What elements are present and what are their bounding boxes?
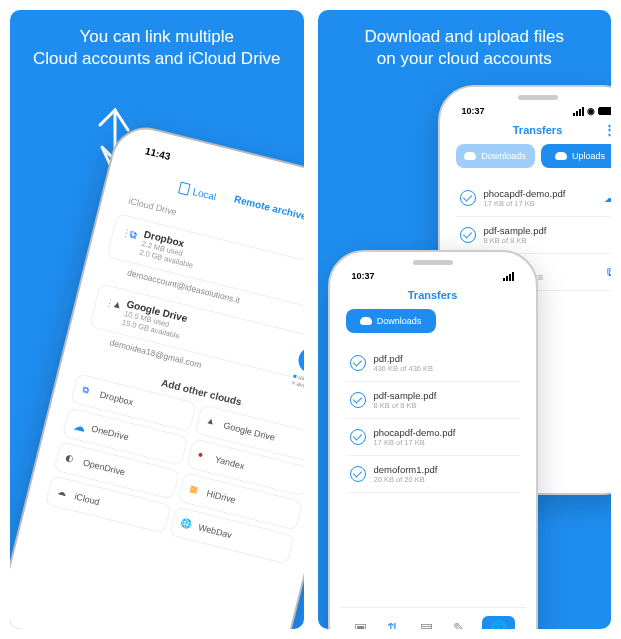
check-icon xyxy=(350,392,366,408)
left-headline: You can link multiple Cloud accounts and… xyxy=(10,10,304,90)
check-icon xyxy=(460,190,476,206)
phone-mockup-front: 10:37 Transfers Downloads pdf.pdf436 KB … xyxy=(328,250,538,629)
promo-panel-right: Download and upload files on your cloud … xyxy=(318,10,612,629)
phone-mockup-left: 11:43 Local Remote archive iCloud Drive … xyxy=(10,120,304,629)
menu-icon[interactable]: ⋮ xyxy=(603,122,612,137)
notch xyxy=(518,95,558,100)
status-icons: ◉ xyxy=(573,106,612,116)
bottom-tab-bar: ▣ ⇅ ▤ ✎ 🌐 xyxy=(340,607,526,629)
webdav-icon: 🌐 xyxy=(179,517,194,532)
transfer-item[interactable]: pdf-sample.pdf8 KB of 8 KB xyxy=(346,382,520,419)
stack-icon[interactable]: ▤ xyxy=(416,620,436,629)
transfer-item[interactable]: demoform1.pdf20 KB of 20 KB xyxy=(346,456,520,493)
dropbox-icon: ⧉ xyxy=(607,265,612,279)
settings-icon[interactable]: ✎ xyxy=(449,620,469,629)
status-time: 11:43 xyxy=(144,145,171,162)
transfer-item[interactable]: pdf-sample.pdf8 KB of 8 KB xyxy=(456,217,612,254)
files-icon[interactable]: ▣ xyxy=(350,620,370,629)
status-icons xyxy=(503,271,514,281)
dropbox-icon: ⧉ xyxy=(128,228,138,241)
gdrive-icon: ▲ xyxy=(205,415,220,430)
right-headline: Download and upload files on your cloud … xyxy=(318,10,612,90)
wifi-icon: ◉ xyxy=(587,106,595,116)
screen-title: Transfers xyxy=(338,287,528,309)
opendrive-icon: ◐ xyxy=(64,452,79,467)
tab-local[interactable]: Local xyxy=(178,180,218,203)
transfer-item[interactable]: phocapdf-demo.pdf17 KB of 17 KB ☁ xyxy=(456,180,612,217)
check-icon xyxy=(350,429,366,445)
transfer-list: pdf.pdf436 KB of 436 KB pdf-sample.pdf8 … xyxy=(338,341,528,497)
check-icon xyxy=(350,355,366,371)
globe-icon[interactable]: 🌐 xyxy=(482,616,515,629)
dl-ul-tabs: Downloads xyxy=(338,309,528,341)
cloud-down-icon xyxy=(464,152,476,160)
status-bar: 10:37 ◉ xyxy=(448,106,612,122)
transfer-item[interactable]: pdf.pdf436 KB of 436 KB xyxy=(346,345,520,382)
hidrive-icon: ▦ xyxy=(188,483,203,498)
tab-uploads[interactable]: Uploads xyxy=(541,144,612,168)
status-time: 10:37 xyxy=(352,271,375,281)
phone-icon xyxy=(178,182,191,196)
battery-icon xyxy=(598,107,612,115)
cloud-down-icon xyxy=(360,317,372,325)
screen-title: Transfers ⋮ xyxy=(448,122,612,144)
notch xyxy=(413,260,453,265)
check-icon xyxy=(350,466,366,482)
cloud-up-icon xyxy=(555,152,567,160)
onedrive-icon: ☁ xyxy=(73,418,88,433)
tab-downloads[interactable]: Downloads xyxy=(346,309,436,333)
transfer-item[interactable]: phocapdf-demo.pdf17 KB of 17 KB xyxy=(346,419,520,456)
transfer-icon[interactable]: ⇅ xyxy=(383,620,403,629)
dropbox-icon: ⧉ xyxy=(81,384,96,399)
status-time: 10:37 xyxy=(462,106,485,116)
onedrive-icon: ☁ xyxy=(604,191,612,205)
dl-ul-tabs: Downloads Uploads xyxy=(448,144,612,176)
status-bar: 10:37 xyxy=(338,271,528,287)
promo-panel-left: You can link multiple Cloud accounts and… xyxy=(10,10,304,629)
icloud-icon: ☁ xyxy=(56,486,71,501)
yandex-icon: ● xyxy=(196,449,211,464)
check-icon xyxy=(460,227,476,243)
gdrive-icon: ▲ xyxy=(111,298,123,311)
tab-downloads[interactable]: Downloads xyxy=(456,144,535,168)
